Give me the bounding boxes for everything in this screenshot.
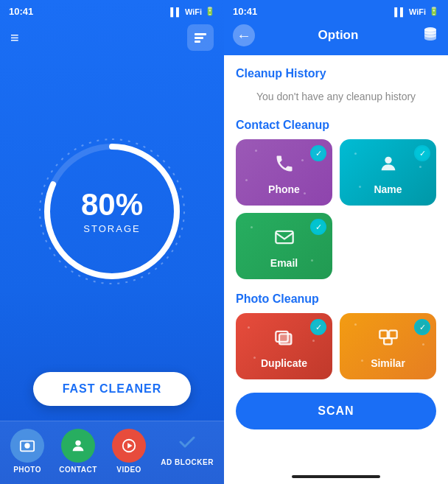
similar-label: Similar [371, 357, 405, 369]
video-icon-circle [112, 429, 146, 463]
left-time: 10:41 [9, 6, 33, 17]
storage-circle-container: 80% STORAGE [0, 51, 224, 372]
right-time: 10:41 [233, 6, 257, 17]
name-card[interactable]: ✓ Name [340, 139, 436, 206]
name-check: ✓ [414, 145, 430, 161]
back-button[interactable]: ← [233, 24, 255, 46]
contact-cleanup-grid: ✓ Phone ✓ [236, 139, 436, 279]
storage-percent: 80% [81, 189, 143, 220]
svg-rect-0 [195, 33, 206, 35]
name-icon [378, 153, 399, 179]
svg-rect-13 [276, 231, 293, 242]
fast-cleaner-button[interactable]: FAST CLEANER [33, 372, 192, 406]
photo-cleanup-title: Photo Cleanup [236, 292, 436, 306]
contact-label: CONTACT [59, 466, 97, 474]
email-check: ✓ [310, 219, 326, 235]
left-panel: 10:41 ▌▌ WiFi 🔋 ≡ [0, 0, 224, 484]
nav-item-adblocker[interactable]: AD BLOCKER [161, 429, 214, 474]
svg-rect-17 [389, 330, 397, 338]
email-label: Email [270, 257, 298, 269]
photo-label: PHOTO [13, 466, 41, 474]
video-label: VIDEO [116, 466, 141, 474]
left-status-bar: 10:41 ▌▌ WiFi 🔋 [0, 0, 224, 20]
phone-icon [274, 153, 295, 179]
similar-icon [378, 327, 399, 353]
duplicate-label: Duplicate [261, 357, 307, 369]
svg-marker-10 [127, 443, 132, 448]
scan-button[interactable]: SCAN [236, 393, 436, 429]
hamburger-icon[interactable]: ≡ [10, 30, 19, 45]
left-status-icons: ▌▌ WiFi 🔋 [170, 7, 215, 16]
storage-circle: 80% STORAGE [35, 134, 189, 289]
circle-text: 80% STORAGE [81, 189, 143, 234]
right-panel: 10:41 ▌▌ WiFi 🔋 ← Option Cleanup History… [224, 0, 448, 484]
duplicate-icon [274, 327, 295, 353]
right-wifi-icon: WiFi [409, 7, 426, 16]
right-signal-icon: ▌▌ [394, 7, 406, 16]
battery-icon: 🔋 [205, 7, 215, 16]
photo-icon-circle [10, 429, 44, 463]
nav-item-contact[interactable]: CONTACT [59, 429, 97, 474]
adblocker-label: AD BLOCKER [161, 458, 214, 466]
wifi-icon: WiFi [185, 7, 202, 16]
cleanup-history-title: Cleanup History [236, 67, 436, 80]
right-status-icons: ▌▌ WiFi 🔋 [394, 7, 439, 16]
similar-check: ✓ [414, 319, 430, 335]
right-title: Option [261, 28, 416, 43]
name-label: Name [374, 183, 402, 195]
svg-point-7 [24, 443, 29, 448]
right-battery-icon: 🔋 [429, 7, 439, 16]
contact-cleanup-title: Contact Cleanup [236, 119, 436, 132]
svg-rect-18 [384, 338, 392, 344]
svg-rect-2 [195, 41, 200, 43]
photo-cleanup-grid: ✓ Duplicate ✓ [236, 313, 436, 379]
app-icon[interactable] [187, 24, 214, 51]
svg-point-12 [385, 156, 391, 163]
adblocker-icon [174, 429, 200, 455]
duplicate-card[interactable]: ✓ Duplicate [236, 313, 332, 379]
email-card[interactable]: ✓ Email [236, 213, 332, 279]
svg-rect-1 [195, 37, 203, 39]
nav-item-photo[interactable]: PHOTO [10, 429, 44, 474]
phone-check: ✓ [310, 145, 326, 161]
database-icon[interactable] [421, 25, 439, 46]
similar-card[interactable]: ✓ Similar [340, 313, 436, 379]
email-icon [274, 227, 295, 253]
nav-item-video[interactable]: VIDEO [112, 429, 146, 474]
svg-rect-15 [279, 334, 291, 344]
home-indicator [292, 475, 380, 478]
left-bottom-nav: PHOTO CONTACT VIDEO [0, 421, 224, 484]
cleanup-history-empty: You don't have any cleanup history [236, 88, 436, 105]
right-status-bar: 10:41 ▌▌ WiFi 🔋 [224, 0, 448, 20]
right-content: Cleanup History You don't have any clean… [224, 55, 448, 471]
storage-label: STORAGE [81, 223, 143, 234]
right-header: ← Option [224, 20, 448, 55]
contact-icon-circle [61, 429, 95, 463]
svg-point-8 [75, 441, 80, 446]
signal-icon: ▌▌ [170, 7, 182, 16]
duplicate-check: ✓ [310, 319, 326, 335]
phone-label: Phone [268, 183, 300, 195]
phone-card[interactable]: ✓ Phone [236, 139, 332, 206]
svg-rect-16 [379, 330, 388, 338]
